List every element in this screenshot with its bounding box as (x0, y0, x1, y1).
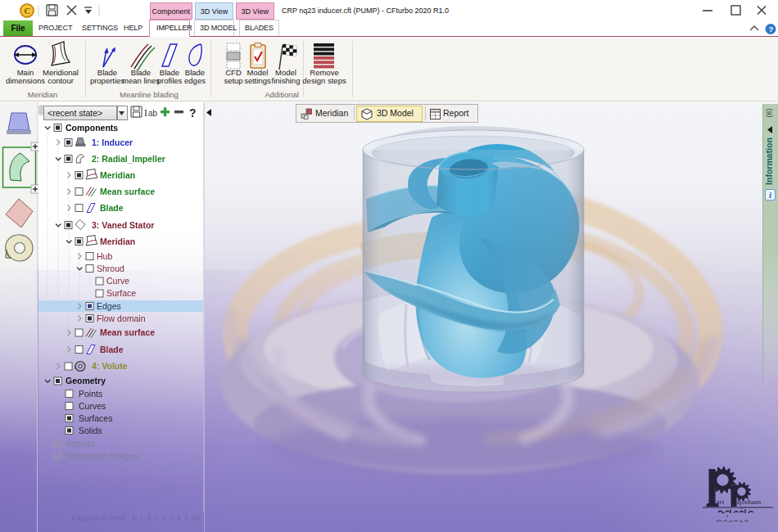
svg-text:?: ? (769, 25, 774, 34)
svg-text:ajoohaan: ajoohaan (737, 498, 761, 506)
svg-text:ars: ars (717, 498, 724, 506)
